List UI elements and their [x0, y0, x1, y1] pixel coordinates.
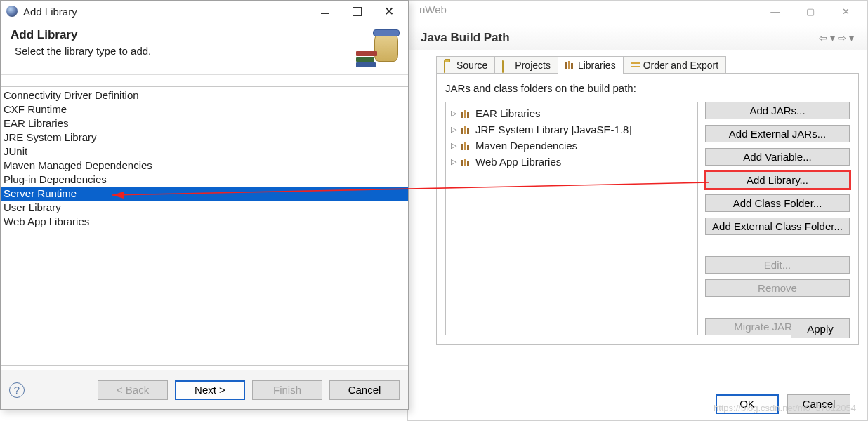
add-library-wizard: Add Library ✕ Add Library Select the lib… — [0, 0, 409, 410]
tree-item[interactable]: ▷Maven Dependencies — [450, 138, 693, 154]
apply-row: Apply — [791, 319, 850, 338]
wizard-banner-icon — [359, 27, 398, 66]
list-item[interactable]: Connectivity Driver Definition — [1, 88, 408, 102]
properties-footer: OK Cancel — [408, 387, 867, 420]
close-icon[interactable]: ✕ — [373, 1, 405, 22]
wizard-buttons: < Back Next > Finish Cancel — [98, 380, 400, 400]
tabs-row: Source Projects Libraries Order and Expo… — [436, 54, 859, 74]
wizard-banner-text: Add Library Select the library type to a… — [11, 28, 151, 57]
cancel-button[interactable]: Cancel — [329, 380, 400, 400]
wizard-banner-sub: Select the library type to add. — [11, 45, 151, 57]
tab-libraries[interactable]: Libraries — [558, 56, 624, 74]
finish-button: Finish — [252, 380, 322, 400]
apply-button[interactable]: Apply — [791, 319, 850, 338]
list-item[interactable]: User Library — [1, 201, 408, 215]
chevron-right-icon[interactable]: ▷ — [450, 109, 457, 118]
wizard-footer: ? < Back Next > Finish Cancel — [1, 370, 408, 409]
maximize-icon[interactable]: ▢ — [794, 4, 827, 23]
tree-item[interactable]: ▷EAR Libraries — [450, 105, 693, 121]
properties-body: Source Projects Libraries Order and Expo… — [436, 54, 859, 378]
list-item[interactable]: Web App Libraries — [1, 215, 408, 229]
cancel-button[interactable]: Cancel — [787, 394, 850, 414]
properties-title: nWeb — [419, 4, 447, 15]
list-item[interactable]: JUnit — [1, 145, 408, 159]
help-icon: ? — [14, 384, 20, 396]
wizard-titlebar[interactable]: Add Library ✕ — [1, 1, 408, 22]
wizard-window-controls: ✕ — [308, 1, 405, 22]
properties-titlebar: nWeb — ▢ ✕ — [408, 1, 867, 25]
tree-item-label: JRE System Library [JavaSE-1.8] — [475, 123, 632, 135]
back-arrow-menu-icon[interactable]: ▾ — [829, 32, 836, 44]
add-library-button[interactable]: Add Library... — [705, 171, 850, 189]
tree-item-label: Maven Dependencies — [475, 140, 577, 152]
tab-projects[interactable]: Projects — [494, 56, 558, 74]
add-external-class-folder-button[interactable]: Add External Class Folder... — [705, 218, 850, 235]
eclipse-icon — [6, 6, 18, 17]
next-button[interactable]: Next > — [175, 380, 245, 400]
edit-button: Edit... — [705, 256, 850, 274]
tab-order-label: Order and Export — [643, 60, 718, 71]
maximize-icon[interactable] — [341, 1, 373, 22]
libraries-icon — [565, 61, 575, 69]
page-title: Java Build Path — [421, 31, 510, 45]
list-item[interactable]: EAR Libraries — [1, 116, 408, 131]
list-item[interactable]: Plug-in Dependencies — [1, 173, 408, 187]
add-class-folder-button[interactable]: Add Class Folder... — [705, 194, 850, 212]
chevron-right-icon[interactable]: ▷ — [450, 141, 457, 150]
close-icon[interactable]: ✕ — [829, 4, 862, 23]
forward-arrow-menu-icon[interactable]: ▾ — [848, 32, 855, 44]
chevron-right-icon[interactable]: ▷ — [450, 125, 457, 134]
libraries-layout: ▷EAR Libraries ▷JRE System Library [Java… — [445, 102, 850, 335]
chevron-right-icon[interactable]: ▷ — [450, 157, 457, 166]
properties-window-controls: — ▢ ✕ — [759, 4, 862, 23]
properties-heading-bar: Java Build Path ⇦▾ ⇨▾ — [408, 25, 867, 50]
list-item[interactable]: JRE System Library — [1, 131, 408, 145]
minimize-icon[interactable]: — — [759, 4, 791, 23]
list-item[interactable]: Server Runtime — [1, 187, 408, 201]
tab-libraries-label: Libraries — [578, 60, 616, 71]
wizard-title: Add Library — [23, 6, 308, 18]
folder-icon — [444, 60, 445, 73]
remove-button: Remove — [705, 279, 850, 297]
library-icon — [461, 126, 471, 134]
add-jars-button[interactable]: Add JARs... — [705, 102, 850, 119]
tab-source[interactable]: Source — [436, 56, 495, 74]
libraries-tree[interactable]: ▷EAR Libraries ▷JRE System Library [Java… — [445, 102, 698, 335]
minimize-icon[interactable] — [308, 1, 341, 22]
back-arrow-icon[interactable]: ⇦ — [818, 32, 828, 44]
library-icon — [461, 142, 471, 150]
ok-button[interactable]: OK — [716, 394, 779, 414]
libraries-caption: JARs and class folders on the build path… — [445, 82, 850, 94]
tree-item[interactable]: ▷Web App Libraries — [450, 154, 693, 170]
help-button[interactable]: ? — [9, 382, 25, 398]
library-type-list[interactable]: Connectivity Driver DefinitionCXF Runtim… — [1, 86, 408, 366]
back-button: < Back — [98, 380, 168, 400]
projects-icon — [502, 60, 504, 73]
wizard-banner: Add Library Select the library type to a… — [1, 22, 408, 75]
libraries-side-buttons: Add JARs... Add External JARs... Add Var… — [705, 102, 850, 335]
history-nav: ⇦▾ ⇨▾ — [818, 32, 855, 44]
list-item[interactable]: CXF Runtime — [1, 102, 408, 116]
properties-window: nWeb — ▢ ✕ Java Build Path ⇦▾ ⇨▾ Source … — [407, 0, 868, 421]
forward-arrow-icon[interactable]: ⇨ — [837, 32, 847, 44]
library-icon — [461, 109, 471, 118]
tab-order-export[interactable]: Order and Export — [623, 56, 726, 74]
wizard-banner-heading: Add Library — [11, 28, 151, 42]
tab-projects-label: Projects — [515, 60, 551, 71]
tree-item-label: Web App Libraries — [475, 156, 561, 168]
tree-item[interactable]: ▷JRE System Library [JavaSE-1.8] — [450, 121, 693, 138]
add-external-jars-button[interactable]: Add External JARs... — [705, 125, 850, 142]
list-item[interactable]: Maven Managed Dependencies — [1, 159, 408, 173]
tab-content-libraries: JARs and class folders on the build path… — [436, 73, 859, 345]
library-icon — [461, 158, 471, 166]
tree-item-label: EAR Libraries — [475, 107, 541, 119]
add-variable-button[interactable]: Add Variable... — [705, 148, 850, 166]
tab-source-label: Source — [456, 60, 487, 71]
